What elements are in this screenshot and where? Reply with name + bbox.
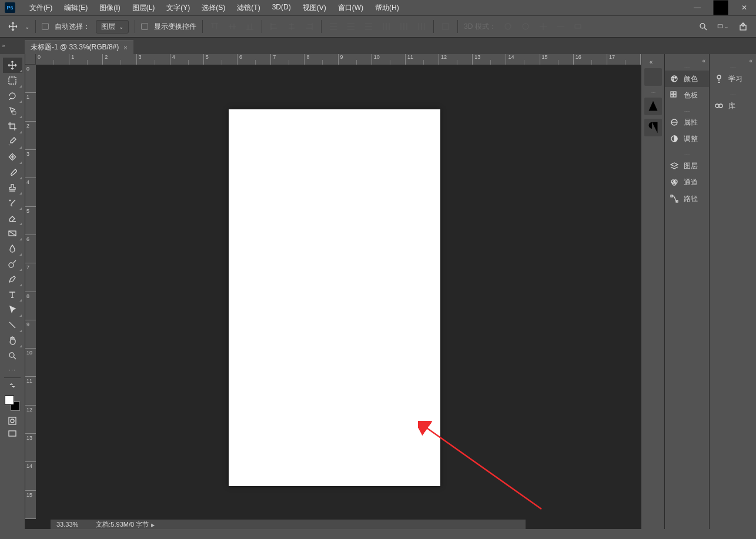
align-right-icon[interactable] — [303, 21, 315, 32]
canvas-document[interactable] — [229, 109, 440, 486]
tab-close-icon[interactable]: × — [123, 44, 127, 51]
panel-grip[interactable]: ┈┈┈ — [665, 66, 709, 71]
brush-settings-icon[interactable] — [644, 68, 662, 86]
distribute-right-icon[interactable] — [416, 21, 427, 32]
type-tool[interactable] — [3, 287, 22, 302]
dodge-tool[interactable] — [3, 256, 22, 272]
maximize-button[interactable] — [709, 0, 732, 15]
menu-layer[interactable]: 图层(L) — [126, 1, 161, 15]
zoom-tool[interactable] — [3, 348, 22, 363]
svg-rect-6 — [718, 25, 722, 28]
panel-channels[interactable]: 通道 — [665, 174, 709, 190]
distribute-vcenter-icon[interactable] — [345, 21, 357, 32]
panel-paths[interactable]: 路径 — [665, 190, 709, 207]
pen-tool[interactable] — [3, 272, 22, 287]
ruler-tick: 0 — [36, 54, 69, 65]
align-hcenter-icon[interactable] — [286, 21, 297, 32]
canvas-viewport[interactable] — [36, 65, 641, 519]
svg-point-20 — [675, 77, 676, 78]
panel-libraries[interactable]: 库 — [710, 98, 756, 114]
3d-orbit-icon[interactable] — [502, 21, 514, 32]
paragraph-panel-icon[interactable] — [644, 119, 662, 136]
menu-image[interactable]: 图像(I) — [93, 1, 126, 15]
panel-adjustments[interactable]: 调整 — [665, 130, 709, 147]
menu-view[interactable]: 视图(V) — [297, 1, 332, 15]
stamp-tool[interactable] — [3, 180, 22, 195]
ruler-corner[interactable] — [25, 54, 36, 65]
doc-info[interactable]: 文档:5.93M/0 字节 — [96, 521, 149, 528]
panel-properties[interactable]: 属性 — [665, 114, 709, 130]
panel-grip[interactable]: ┈┈┈ — [665, 153, 709, 158]
menu-window[interactable]: 窗口(W) — [332, 1, 369, 15]
distribute-left-icon[interactable] — [380, 21, 392, 32]
collapse-chevron-icon[interactable]: « — [665, 56, 709, 65]
toolbox-expand-grip[interactable]: » — [0, 38, 7, 54]
blur-tool[interactable] — [3, 241, 22, 256]
eyedropper-tool[interactable] — [3, 134, 22, 149]
panel-grip[interactable]: ┈┈┈ — [710, 93, 756, 98]
screenmode-toggle-icon[interactable] — [3, 427, 22, 440]
menu-type[interactable]: 文字(Y) — [160, 1, 196, 15]
panel-grip[interactable]: ┈┈┈ — [665, 109, 709, 114]
doc-info-menu-icon[interactable]: ▶ — [151, 523, 155, 528]
lasso-tool[interactable] — [3, 88, 22, 103]
distribute-bottom-icon[interactable] — [363, 21, 374, 32]
3d-zoom-icon[interactable] — [573, 21, 584, 32]
foreground-color[interactable] — [5, 396, 14, 405]
menu-file[interactable]: 文件(F) — [24, 1, 58, 15]
shape-tool[interactable] — [3, 317, 22, 333]
hand-tool[interactable] — [3, 333, 22, 348]
menu-help[interactable]: 帮助(H) — [369, 1, 405, 15]
collapse-chevron-icon[interactable]: « — [710, 56, 756, 65]
3d-slide-icon[interactable] — [555, 21, 567, 32]
menu-select[interactable]: 选择(S) — [196, 1, 231, 15]
share-icon[interactable] — [737, 21, 749, 32]
marquee-tool[interactable] — [3, 73, 22, 88]
align-top-icon[interactable] — [209, 21, 220, 32]
minimize-button[interactable]: — — [685, 0, 709, 15]
distribute-top-icon[interactable] — [327, 21, 339, 32]
eraser-tool[interactable] — [3, 210, 22, 226]
edit-toolbar-icon[interactable]: ··· — [3, 363, 22, 376]
menu-edit[interactable]: 编辑(E) — [58, 1, 93, 15]
panel-layers[interactable]: 图层 — [665, 158, 709, 174]
menu-3d[interactable]: 3D(D) — [266, 1, 297, 15]
showtransform-checkbox[interactable] — [141, 23, 148, 30]
path-select-tool[interactable] — [3, 302, 22, 317]
panel-learn[interactable]: 学习 — [710, 71, 756, 87]
search-icon[interactable] — [697, 21, 709, 32]
close-button[interactable]: ✕ — [732, 0, 756, 15]
horizontal-ruler[interactable]: 0 1 2 3 4 5 6 7 8 9 10 11 12 13 14 15 16… — [36, 54, 641, 65]
move-tool[interactable] — [3, 58, 22, 73]
chevron-down-icon[interactable]: ⌄ — [25, 24, 29, 30]
panel-grip[interactable]: ┈┈ — [651, 91, 655, 95]
heal-tool[interactable] — [3, 149, 22, 165]
crop-tool[interactable] — [3, 119, 22, 134]
vertical-ruler[interactable]: 0 1 2 3 4 5 6 7 8 9 10 11 12 13 14 15 — [25, 65, 36, 519]
autoselect-target-dropdown[interactable]: 图层 ⌄ — [96, 20, 129, 34]
zoom-level[interactable]: 33.33% — [56, 521, 78, 528]
gradient-tool[interactable] — [3, 226, 22, 241]
distribute-hcenter-icon[interactable] — [398, 21, 410, 32]
quickmask-icon[interactable] — [3, 414, 22, 427]
panel-color[interactable]: 颜色 — [665, 71, 709, 87]
quick-select-tool[interactable] — [3, 103, 22, 119]
panel-swatches[interactable]: 色板 — [665, 87, 709, 103]
align-vcenter-icon[interactable] — [226, 21, 238, 32]
screenmode-icon[interactable]: ⌄ — [717, 21, 729, 32]
align-bottom-icon[interactable] — [244, 21, 256, 32]
align-left-icon[interactable] — [268, 21, 280, 32]
history-brush-tool[interactable] — [3, 195, 22, 210]
document-tab[interactable]: 未标题-1 @ 33.3%(RGB/8#) × — [25, 40, 133, 54]
collapse-chevron-icon[interactable]: « — [650, 58, 657, 66]
align-to-icon[interactable] — [440, 21, 451, 32]
brush-tool[interactable] — [3, 165, 22, 180]
character-panel-icon[interactable] — [644, 98, 662, 115]
3d-roll-icon[interactable] — [520, 21, 531, 32]
3d-pan-icon[interactable] — [537, 21, 549, 32]
panel-grip[interactable]: ┈┈┈ — [710, 66, 756, 71]
autoselect-checkbox[interactable] — [42, 23, 49, 30]
foreground-background-swatch[interactable] — [5, 396, 20, 411]
swap-colors-icon[interactable] — [3, 379, 22, 392]
menu-filter[interactable]: 滤镜(T) — [231, 1, 266, 15]
